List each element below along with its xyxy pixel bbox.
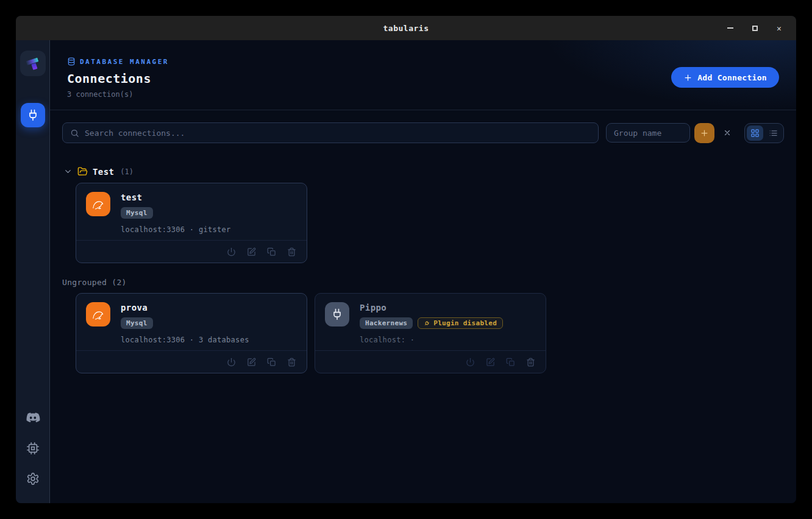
- card-actions: [76, 350, 307, 373]
- app-logo[interactable]: [20, 51, 46, 76]
- page-header: DATABASE MANAGER Connections 3 connectio…: [50, 40, 796, 110]
- power-icon: [227, 247, 236, 256]
- close-button[interactable]: ✕: [771, 19, 788, 37]
- power-icon: [466, 358, 475, 367]
- list-icon: [769, 129, 778, 138]
- connection-type-badge: Mysql: [121, 317, 153, 329]
- edit-button[interactable]: [483, 355, 497, 369]
- group-header-test[interactable]: Test (1): [63, 166, 784, 177]
- plug-icon: [27, 109, 39, 121]
- connection-count: 3 connection(s): [67, 90, 779, 99]
- section-label-text: DATABASE MANAGER: [80, 58, 169, 66]
- discord-icon: [26, 411, 40, 425]
- discord-button[interactable]: [21, 406, 45, 430]
- group-name-input[interactable]: [606, 123, 690, 143]
- minimize-icon: [727, 27, 733, 29]
- add-connection-label: Add Connection: [697, 73, 767, 82]
- copy-icon: [506, 358, 515, 367]
- search-input[interactable]: [85, 129, 591, 138]
- add-connection-button[interactable]: Add Connection: [671, 67, 779, 88]
- gear-icon: [26, 472, 40, 485]
- view-toggle: [744, 123, 784, 143]
- titlebar: tabularis ✕: [16, 16, 796, 40]
- delete-button[interactable]: [284, 355, 299, 369]
- trash-icon: [287, 358, 296, 367]
- group-header-ungrouped: Ungrouped (2): [62, 278, 784, 287]
- mysql-dolphin-icon: [90, 306, 106, 322]
- grid-view-button[interactable]: [747, 125, 763, 141]
- connection-meta: localhost:3306 · gitster: [121, 225, 297, 234]
- edit-button[interactable]: [244, 244, 258, 259]
- plugin-avatar: [325, 302, 349, 327]
- connection-title: test: [121, 192, 297, 202]
- connection-title: Pippo: [360, 303, 536, 312]
- mysql-avatar: [86, 192, 110, 216]
- toolbar: [62, 122, 784, 143]
- close-icon: ✕: [777, 24, 782, 32]
- cards-row-ungrouped: prova Mysql localhost:3306 · 3 databases: [76, 293, 784, 373]
- database-icon: [67, 57, 76, 66]
- cards-row-test: test Mysql localhost:3306 · gitster: [76, 183, 784, 263]
- section-label: DATABASE MANAGER: [67, 57, 779, 66]
- sidebar: [16, 40, 50, 503]
- connection-meta: localhost: ·: [360, 336, 536, 344]
- devtools-button[interactable]: [21, 436, 45, 461]
- group-title: Ungrouped: [62, 278, 107, 287]
- power-icon: [227, 358, 236, 367]
- main-area: DATABASE MANAGER Connections 3 connectio…: [50, 40, 796, 503]
- card-actions: [76, 240, 307, 263]
- clear-filter-button[interactable]: [720, 125, 735, 140]
- unplug-icon: [424, 320, 430, 327]
- mysql-dolphin-icon: [90, 196, 106, 212]
- delete-button[interactable]: [523, 355, 538, 369]
- trash-icon: [287, 247, 296, 256]
- connection-card-prova[interactable]: prova Mysql localhost:3306 · 3 databases: [76, 293, 307, 373]
- edit-button[interactable]: [244, 355, 258, 369]
- folder-open-icon: [77, 166, 88, 177]
- plugin-disabled-badge: Plugin disabled: [418, 317, 503, 329]
- sidebar-item-connections[interactable]: [21, 103, 45, 127]
- window-controls: ✕: [722, 16, 788, 40]
- plugin-disabled-label: Plugin disabled: [433, 319, 497, 327]
- search-icon: [70, 129, 79, 138]
- connection-title: prova: [121, 303, 297, 312]
- copy-icon: [267, 247, 276, 256]
- add-group-button[interactable]: [694, 123, 714, 143]
- connection-meta: localhost:3306 · 3 databases: [121, 336, 297, 344]
- list-view-button[interactable]: [765, 125, 782, 141]
- delete-button[interactable]: [284, 244, 299, 259]
- x-icon: [723, 129, 732, 137]
- card-actions: [315, 350, 546, 373]
- minimize-button[interactable]: [722, 19, 739, 37]
- duplicate-button[interactable]: [264, 244, 279, 259]
- search-field: [62, 122, 599, 143]
- trash-icon: [526, 358, 535, 367]
- edit-icon: [247, 247, 256, 256]
- maximize-icon: [752, 26, 758, 31]
- plus-icon: [700, 129, 709, 138]
- connection-card-pippo[interactable]: Pippo Hackernews Plugin disabled: [315, 293, 546, 373]
- connect-button[interactable]: [463, 355, 477, 369]
- group-count: (1): [120, 168, 134, 176]
- copy-icon: [267, 358, 276, 367]
- settings-button[interactable]: [21, 467, 45, 491]
- grid-icon: [750, 129, 760, 138]
- window-title: tabularis: [383, 24, 429, 33]
- connection-card-test[interactable]: test Mysql localhost:3306 · gitster: [76, 183, 307, 263]
- group-title: Test: [93, 167, 114, 177]
- maximize-button[interactable]: [746, 19, 763, 37]
- duplicate-button[interactable]: [503, 355, 518, 369]
- edit-icon: [486, 358, 495, 367]
- connections-content: Test (1) test: [50, 143, 796, 503]
- duplicate-button[interactable]: [264, 355, 279, 369]
- app-window: tabularis ✕: [16, 16, 796, 503]
- plug-icon: [331, 308, 343, 320]
- plus-icon: [683, 73, 693, 82]
- connect-button[interactable]: [224, 355, 238, 369]
- edit-icon: [247, 358, 256, 367]
- cpu-icon: [26, 442, 40, 455]
- connection-type-badge: Hackernews: [360, 317, 413, 329]
- mysql-avatar: [86, 302, 110, 327]
- connect-button[interactable]: [224, 244, 238, 259]
- connection-type-badge: Mysql: [121, 207, 153, 219]
